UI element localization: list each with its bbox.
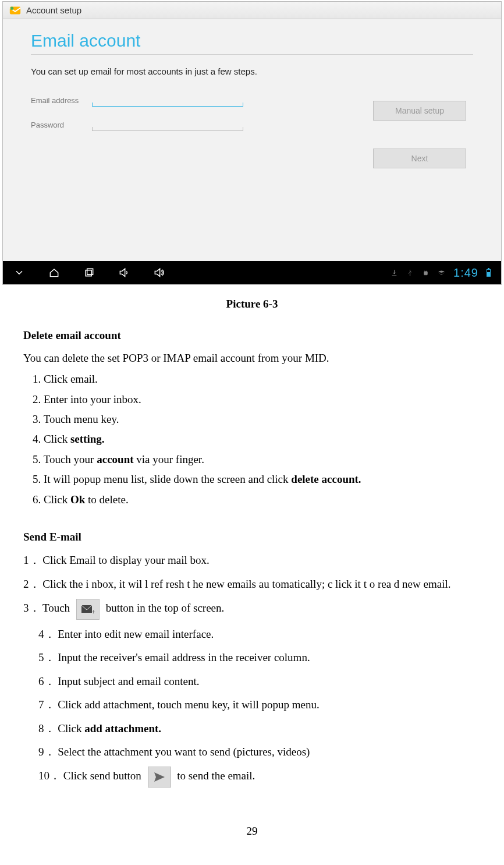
svg-rect-2 [86,270,91,276]
send-step: 2． Click the i nbox, it wil l ref resh t… [23,576,481,593]
clock: 1:49 [453,266,478,280]
send-step: 6． Input subject and email content. [23,673,481,690]
system-navbar: 1:49 [3,261,501,284]
send-steps: 1． Click Email to display your mail box.… [23,552,481,788]
send-heading: Send E-mail [23,528,481,546]
email-app-icon [9,4,22,17]
delete-step: 1. Click email. [33,370,481,388]
send-step: 3． Touch + button in the top of screen. [23,599,481,620]
send-step: 4． Enter into edit new email interface. [23,626,481,643]
password-label: Password [31,121,92,129]
delete-heading: Delete email account [23,327,481,344]
send-step: 10． Click send button to send the email. [23,767,481,788]
back-icon[interactable] [13,267,25,278]
wifi-icon [438,269,445,277]
app-titlebar: Account setup [3,2,501,19]
svg-rect-4 [424,271,427,274]
send-step: 7． Click add attachment, touch menu key,… [23,696,481,714]
volume-down-icon[interactable] [118,267,130,278]
app-title: Account setup [26,5,81,15]
delete-step: 2. Enter into your inbox. [33,391,481,408]
manual-setup-button[interactable]: Manual setup [373,101,466,121]
delete-intro: You can delete the set POP3 or IMAP emai… [23,349,481,367]
delete-step: 6. Click Ok to delete. [33,491,481,509]
password-field[interactable] [92,118,243,131]
next-button[interactable]: Next [373,149,466,168]
svg-marker-9 [154,772,165,782]
svg-line-5 [425,270,425,271]
document-body: Picture 6-3 Delete email account You can… [0,285,504,841]
screen-subtitle: You can set up email for most accounts i… [31,66,473,76]
send-icon [148,767,171,788]
recent-icon[interactable] [83,267,95,278]
send-step: 9． Select the attachment you want to sen… [23,743,481,761]
delete-step: 5. It will popup menu list, slide down t… [33,471,481,488]
compose-icon: + [76,599,100,620]
delete-step: 3. Touch menu key. [33,411,481,428]
android-icon [422,269,430,277]
setup-screen: Email account You can set up email for m… [3,19,501,261]
email-label: Email address [31,96,92,105]
svg-text:+: + [91,608,95,615]
figure-caption: Picture 6-3 [23,295,481,313]
svg-line-6 [427,270,427,271]
battery-icon [487,269,491,277]
download-icon [391,269,398,277]
delete-steps: 1. Click email. 2. Enter into your inbox… [23,370,481,509]
delete-step: 4. Click setting. [33,430,481,448]
delete-step: 5. Touch your account via your finger. [33,451,481,468]
usb-icon [406,269,414,277]
screen-heading: Email account [31,31,473,55]
send-step: 8． Click add attachment. [23,720,481,737]
volume-up-icon[interactable] [153,267,165,278]
send-step: 1． Click Email to display your mail box. [23,552,481,569]
svg-rect-3 [87,269,93,274]
page-number: 29 [23,822,481,840]
embedded-screenshot: Account setup Email account You can set … [2,1,502,285]
email-field[interactable] [92,94,243,107]
svg-point-1 [10,6,14,9]
send-step: 5． Input the receiver's email address in… [23,649,481,666]
home-icon[interactable] [48,267,60,278]
